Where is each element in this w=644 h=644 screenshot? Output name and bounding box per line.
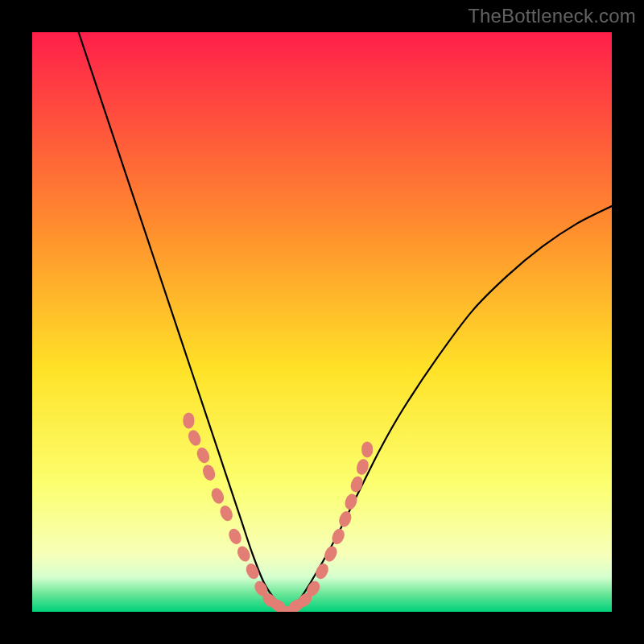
watermark-text: TheBottleneck.com: [468, 5, 636, 27]
highlight-marker: [201, 463, 217, 482]
highlight-marker: [313, 562, 330, 581]
highlight-marker: [186, 428, 203, 448]
highlight-marker: [183, 412, 194, 428]
highlight-marker: [218, 504, 235, 523]
highlight-marker: [337, 510, 353, 529]
curve-layer: [32, 32, 612, 612]
plot-area: [32, 32, 612, 612]
highlight-marker: [209, 486, 226, 506]
highlight-marker: [361, 441, 373, 457]
highlight-marker: [195, 446, 212, 465]
highlight-marker: [349, 475, 365, 493]
highlight-marker: [244, 562, 261, 581]
chart-frame: TheBottleneck.com: [0, 0, 644, 644]
highlight-markers: [183, 412, 373, 612]
highlight-marker: [322, 544, 339, 564]
highlight-marker: [227, 526, 244, 546]
